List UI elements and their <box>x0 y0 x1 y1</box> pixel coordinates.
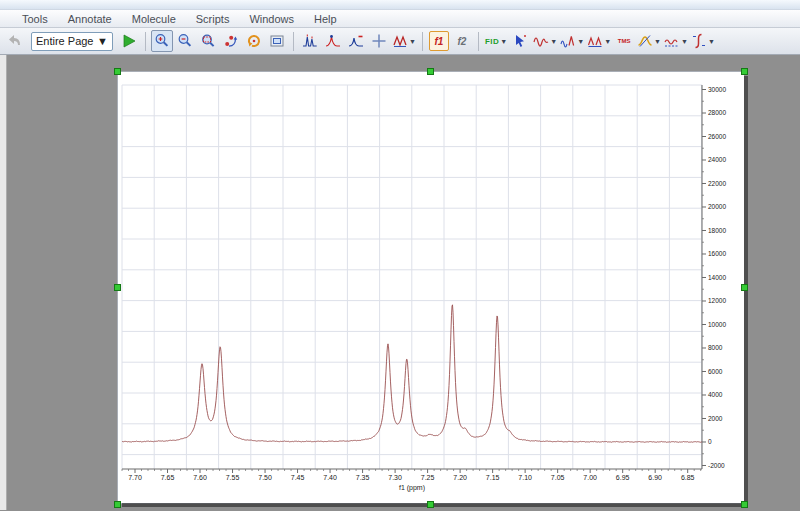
svg-text:20000: 20000 <box>708 203 726 210</box>
chevron-down-icon: ▼ <box>604 38 611 45</box>
phase-peaks-button[interactable]: ▼ <box>586 30 612 52</box>
peak-fit-button[interactable] <box>322 30 344 52</box>
integration-button[interactable]: ▼ <box>690 30 716 52</box>
selection-handle-top-center[interactable] <box>427 68 434 75</box>
toolbar-separator <box>478 32 479 51</box>
zoom-out-icon <box>177 33 193 49</box>
svg-text:24000: 24000 <box>708 156 726 163</box>
svg-text:7.00: 7.00 <box>583 474 597 481</box>
svg-text:7.30: 7.30 <box>388 474 402 481</box>
page-zoom-value: Entire Page <box>36 35 93 47</box>
svg-text:4000: 4000 <box>708 391 723 398</box>
zoom-region-button[interactable] <box>197 30 219 52</box>
svg-text:6.95: 6.95 <box>616 474 630 481</box>
reset-zoom-button[interactable] <box>243 30 265 52</box>
f1-dimension-button[interactable]: f1 <box>428 30 450 52</box>
pointer-icon <box>512 33 528 49</box>
chevron-down-icon: ▼ <box>409 38 416 45</box>
multiplet-analysis-button[interactable]: ▼ <box>391 30 417 52</box>
peak-fit-icon <box>325 33 341 49</box>
run-button[interactable] <box>118 30 140 52</box>
peak-picking-icon <box>302 33 318 49</box>
toolbar-separator <box>422 32 423 51</box>
phase-correction-button[interactable]: ▼ <box>636 30 662 52</box>
menu-scripts[interactable]: Scripts <box>186 13 240 25</box>
selection-handle-bottom-right[interactable] <box>741 501 748 508</box>
fourier-transform-icon <box>560 33 576 49</box>
menu-help[interactable]: Help <box>304 13 347 25</box>
selection-handle-bottom-center[interactable] <box>427 501 434 508</box>
menu-molecule[interactable]: Molecule <box>122 13 186 25</box>
crosshair-button[interactable] <box>368 30 390 52</box>
peak-delete-button[interactable] <box>345 30 367 52</box>
f1-label: f1 <box>429 31 449 51</box>
document-page[interactable]: 7.707.657.607.557.507.457.407.357.307.25… <box>118 72 744 503</box>
pan-button[interactable] <box>220 30 242 52</box>
apodization-button[interactable]: ▼ <box>532 30 558 52</box>
peak-picking-button[interactable] <box>299 30 321 52</box>
selection-handle-bottom-left[interactable] <box>114 501 121 508</box>
svg-text:7.20: 7.20 <box>453 474 467 481</box>
peak-delete-icon <box>348 33 364 49</box>
tms-reference-button[interactable]: TMS <box>613 30 635 52</box>
menu-windows[interactable]: Windows <box>239 13 304 25</box>
fourier-transform-button[interactable]: ▼ <box>559 30 585 52</box>
main-toolbar: Entire Page ▼ <box>0 28 800 55</box>
toolbar-separator <box>145 32 146 51</box>
selection-handle-top-right[interactable] <box>741 68 748 75</box>
svg-text:22000: 22000 <box>708 180 726 187</box>
svg-text:6.90: 6.90 <box>648 474 662 481</box>
svg-text:7.10: 7.10 <box>518 474 532 481</box>
fit-page-icon <box>269 33 285 49</box>
zoom-in-button[interactable] <box>151 30 173 52</box>
svg-text:7.05: 7.05 <box>551 474 565 481</box>
svg-text:7.15: 7.15 <box>486 474 500 481</box>
left-panel-strip <box>0 55 7 510</box>
chevron-down-icon: ▼ <box>708 38 715 45</box>
auto-process-button[interactable] <box>509 30 531 52</box>
fit-page-button[interactable] <box>266 30 288 52</box>
page-zoom-select[interactable]: Entire Page ▼ <box>31 32 113 51</box>
menu-bar: Tools Annotate Molecule Scripts Windows … <box>0 10 800 28</box>
svg-text:7.60: 7.60 <box>193 474 207 481</box>
zoom-region-icon <box>200 33 216 49</box>
zoom-out-button[interactable] <box>174 30 196 52</box>
svg-text:6000: 6000 <box>708 368 723 375</box>
multiplet-icon <box>392 33 408 49</box>
chevron-down-icon: ▼ <box>500 38 507 45</box>
document-canvas[interactable]: 7.707.657.607.557.507.457.407.357.307.25… <box>0 55 800 510</box>
f2-label: f2 <box>457 36 466 47</box>
selection-handle-mid-right[interactable] <box>741 284 748 291</box>
phase-correction-icon <box>637 33 653 49</box>
svg-text:-2000: -2000 <box>708 462 725 469</box>
pan-icon <box>223 33 239 49</box>
svg-text:30000: 30000 <box>708 86 726 93</box>
toolbar-separator <box>293 32 294 51</box>
back-button[interactable] <box>4 30 26 52</box>
svg-text:7.45: 7.45 <box>291 474 305 481</box>
tms-label: TMS <box>618 38 631 44</box>
svg-text:16000: 16000 <box>708 250 726 257</box>
selection-handle-mid-left[interactable] <box>114 284 121 291</box>
chevron-down-icon: ▼ <box>97 35 108 47</box>
application-window: Tools Annotate Molecule Scripts Windows … <box>0 0 800 511</box>
svg-text:28000: 28000 <box>708 109 726 116</box>
fid-button[interactable]: FID ▼ <box>484 30 508 52</box>
baseline-correction-icon <box>664 33 680 49</box>
chevron-down-icon: ▼ <box>577 38 584 45</box>
chevron-down-icon: ▼ <box>550 38 557 45</box>
svg-text:26000: 26000 <box>708 133 726 140</box>
crosshair-icon <box>371 33 387 49</box>
back-arrow-icon <box>7 33 23 49</box>
baseline-correction-button[interactable]: ▼ <box>663 30 689 52</box>
f2-dimension-button[interactable]: f2 <box>451 30 473 52</box>
svg-text:7.50: 7.50 <box>258 474 272 481</box>
nmr-spectrum-chart[interactable]: 7.707.657.607.557.507.457.407.357.307.25… <box>118 72 744 503</box>
menu-tools[interactable]: Tools <box>12 13 58 25</box>
selection-handle-top-left[interactable] <box>114 68 121 75</box>
menu-annotate[interactable]: Annotate <box>58 13 122 25</box>
svg-text:12000: 12000 <box>708 297 726 304</box>
svg-text:2000: 2000 <box>708 415 723 422</box>
svg-text:7.40: 7.40 <box>323 474 337 481</box>
svg-text:7.65: 7.65 <box>161 474 175 481</box>
